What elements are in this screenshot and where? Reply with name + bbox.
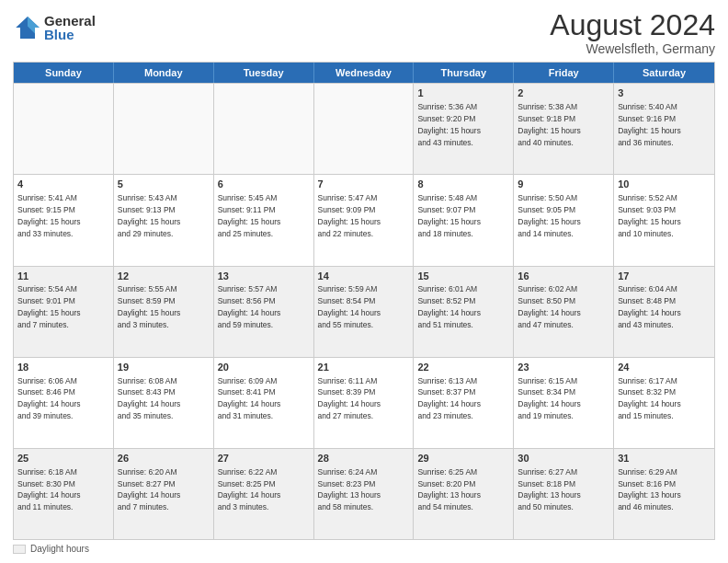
calendar-cell: 26Sunrise: 6:20 AM Sunset: 8:27 PM Dayli… (114, 449, 214, 539)
calendar-cell: 8Sunrise: 5:48 AM Sunset: 9:07 PM Daylig… (414, 175, 514, 265)
cell-info: Sunrise: 5:59 AM Sunset: 8:54 PM Dayligh… (318, 284, 381, 329)
day-number: 3 (618, 86, 711, 100)
cell-info: Sunrise: 6:13 AM Sunset: 8:37 PM Dayligh… (417, 376, 481, 421)
header-day-friday: Friday (514, 63, 614, 83)
cell-info: Sunrise: 5:41 AM Sunset: 9:15 PM Dayligh… (17, 193, 81, 238)
legend: Daylight hours (13, 544, 715, 554)
day-number: 27 (218, 452, 310, 465)
calendar-cell: 11Sunrise: 5:54 AM Sunset: 9:01 PM Dayli… (14, 267, 114, 357)
day-number: 31 (618, 452, 711, 465)
calendar-cell: 22Sunrise: 6:13 AM Sunset: 8:37 PM Dayli… (414, 358, 514, 448)
day-number: 10 (618, 178, 711, 191)
day-number: 20 (218, 361, 310, 374)
cell-info: Sunrise: 5:38 AM Sunset: 9:18 PM Dayligh… (518, 102, 581, 147)
location: Wewelsfleth, Germany (550, 41, 715, 56)
calendar-cell: 10Sunrise: 5:52 AM Sunset: 9:03 PM Dayli… (614, 175, 714, 265)
cell-info: Sunrise: 5:52 AM Sunset: 9:03 PM Dayligh… (618, 193, 681, 238)
cell-info: Sunrise: 5:57 AM Sunset: 8:56 PM Dayligh… (218, 284, 281, 329)
header: General Blue August 2024 Wewelsfleth, Ge… (13, 9, 715, 56)
calendar-cell: 7Sunrise: 5:47 AM Sunset: 9:09 PM Daylig… (314, 175, 415, 265)
calendar-cell: 12Sunrise: 5:55 AM Sunset: 8:59 PM Dayli… (114, 267, 214, 357)
day-number: 4 (17, 178, 109, 191)
calendar-cell: 18Sunrise: 6:06 AM Sunset: 8:46 PM Dayli… (14, 358, 114, 448)
calendar: SundayMondayTuesdayWednesdayThursdayFrid… (13, 62, 715, 540)
day-number: 13 (218, 270, 310, 283)
calendar-header-row: SundayMondayTuesdayWednesdayThursdayFrid… (14, 63, 714, 83)
page: General Blue August 2024 Wewelsfleth, Ge… (0, 0, 728, 563)
header-day-monday: Monday (114, 63, 214, 83)
cell-info: Sunrise: 5:40 AM Sunset: 9:16 PM Dayligh… (618, 102, 681, 147)
logo: General Blue (13, 13, 96, 42)
day-number: 16 (518, 270, 609, 283)
calendar-cell (314, 84, 415, 174)
calendar-cell: 2Sunrise: 5:38 AM Sunset: 9:18 PM Daylig… (514, 84, 614, 174)
calendar-cell: 24Sunrise: 6:17 AM Sunset: 8:32 PM Dayli… (614, 358, 714, 448)
cell-info: Sunrise: 5:48 AM Sunset: 9:07 PM Dayligh… (417, 193, 481, 238)
day-number: 29 (417, 452, 509, 465)
day-number: 15 (417, 270, 509, 283)
cell-info: Sunrise: 6:20 AM Sunset: 8:27 PM Dayligh… (118, 467, 181, 512)
calendar-cell: 30Sunrise: 6:27 AM Sunset: 8:18 PM Dayli… (514, 449, 614, 539)
calendar-row-5: 25Sunrise: 6:18 AM Sunset: 8:30 PM Dayli… (14, 448, 714, 539)
day-number: 5 (118, 178, 210, 191)
cell-info: Sunrise: 6:15 AM Sunset: 8:34 PM Dayligh… (518, 376, 581, 421)
calendar-cell: 31Sunrise: 6:29 AM Sunset: 8:16 PM Dayli… (614, 449, 714, 539)
calendar-cell: 23Sunrise: 6:15 AM Sunset: 8:34 PM Dayli… (514, 358, 614, 448)
cell-info: Sunrise: 6:18 AM Sunset: 8:30 PM Dayligh… (17, 467, 81, 512)
cell-info: Sunrise: 6:04 AM Sunset: 8:48 PM Dayligh… (618, 284, 681, 329)
day-number: 6 (218, 178, 310, 191)
day-number: 19 (118, 361, 210, 374)
header-day-thursday: Thursday (414, 63, 514, 83)
cell-info: Sunrise: 6:02 AM Sunset: 8:50 PM Dayligh… (518, 284, 581, 329)
day-number: 25 (17, 452, 109, 465)
cell-info: Sunrise: 5:43 AM Sunset: 9:13 PM Dayligh… (118, 193, 181, 238)
cell-info: Sunrise: 5:55 AM Sunset: 8:59 PM Dayligh… (118, 284, 181, 329)
calendar-cell: 14Sunrise: 5:59 AM Sunset: 8:54 PM Dayli… (314, 267, 415, 357)
cell-info: Sunrise: 5:45 AM Sunset: 9:11 PM Dayligh… (218, 193, 281, 238)
calendar-cell (214, 84, 314, 174)
calendar-cell: 16Sunrise: 6:02 AM Sunset: 8:50 PM Dayli… (514, 267, 614, 357)
day-number: 8 (417, 178, 509, 191)
cell-info: Sunrise: 5:47 AM Sunset: 9:09 PM Dayligh… (318, 193, 381, 238)
header-day-tuesday: Tuesday (214, 63, 314, 83)
day-number: 26 (118, 452, 210, 465)
calendar-body: 1Sunrise: 5:36 AM Sunset: 9:20 PM Daylig… (14, 83, 714, 539)
calendar-row-2: 4Sunrise: 5:41 AM Sunset: 9:15 PM Daylig… (14, 174, 714, 265)
calendar-cell (114, 84, 214, 174)
logo-icon (13, 13, 42, 42)
calendar-row-3: 11Sunrise: 5:54 AM Sunset: 9:01 PM Dayli… (14, 266, 714, 357)
calendar-cell: 1Sunrise: 5:36 AM Sunset: 9:20 PM Daylig… (414, 84, 514, 174)
cell-info: Sunrise: 6:01 AM Sunset: 8:52 PM Dayligh… (417, 284, 481, 329)
calendar-cell: 27Sunrise: 6:22 AM Sunset: 8:25 PM Dayli… (214, 449, 314, 539)
cell-info: Sunrise: 6:06 AM Sunset: 8:46 PM Dayligh… (17, 376, 81, 421)
title-block: August 2024 Wewelsfleth, Germany (550, 9, 715, 56)
legend-label: Daylight hours (30, 544, 89, 554)
calendar-cell: 4Sunrise: 5:41 AM Sunset: 9:15 PM Daylig… (14, 175, 114, 265)
day-number: 12 (118, 270, 210, 283)
logo-blue: Blue (44, 28, 96, 41)
calendar-cell: 15Sunrise: 6:01 AM Sunset: 8:52 PM Dayli… (414, 267, 514, 357)
calendar-cell (14, 84, 114, 174)
calendar-cell: 19Sunrise: 6:08 AM Sunset: 8:43 PM Dayli… (114, 358, 214, 448)
calendar-row-1: 1Sunrise: 5:36 AM Sunset: 9:20 PM Daylig… (14, 83, 714, 174)
day-number: 11 (17, 270, 109, 283)
logo-general: General (44, 14, 96, 28)
day-number: 30 (518, 452, 609, 465)
header-day-saturday: Saturday (614, 63, 714, 83)
day-number: 7 (318, 178, 410, 191)
cell-info: Sunrise: 5:36 AM Sunset: 9:20 PM Dayligh… (417, 102, 481, 147)
cell-info: Sunrise: 6:24 AM Sunset: 8:23 PM Dayligh… (318, 467, 381, 512)
cell-info: Sunrise: 6:17 AM Sunset: 8:32 PM Dayligh… (618, 376, 681, 421)
day-number: 2 (518, 86, 609, 100)
calendar-cell: 21Sunrise: 6:11 AM Sunset: 8:39 PM Dayli… (314, 358, 415, 448)
calendar-cell: 13Sunrise: 5:57 AM Sunset: 8:56 PM Dayli… (214, 267, 314, 357)
day-number: 17 (618, 270, 711, 283)
day-number: 1 (417, 86, 509, 100)
cell-info: Sunrise: 6:22 AM Sunset: 8:25 PM Dayligh… (218, 467, 281, 512)
calendar-cell: 9Sunrise: 5:50 AM Sunset: 9:05 PM Daylig… (514, 175, 614, 265)
calendar-cell: 20Sunrise: 6:09 AM Sunset: 8:41 PM Dayli… (214, 358, 314, 448)
cell-info: Sunrise: 6:25 AM Sunset: 8:20 PM Dayligh… (417, 467, 481, 512)
cell-info: Sunrise: 6:11 AM Sunset: 8:39 PM Dayligh… (318, 376, 381, 421)
calendar-cell: 25Sunrise: 6:18 AM Sunset: 8:30 PM Dayli… (14, 449, 114, 539)
day-number: 14 (318, 270, 410, 283)
